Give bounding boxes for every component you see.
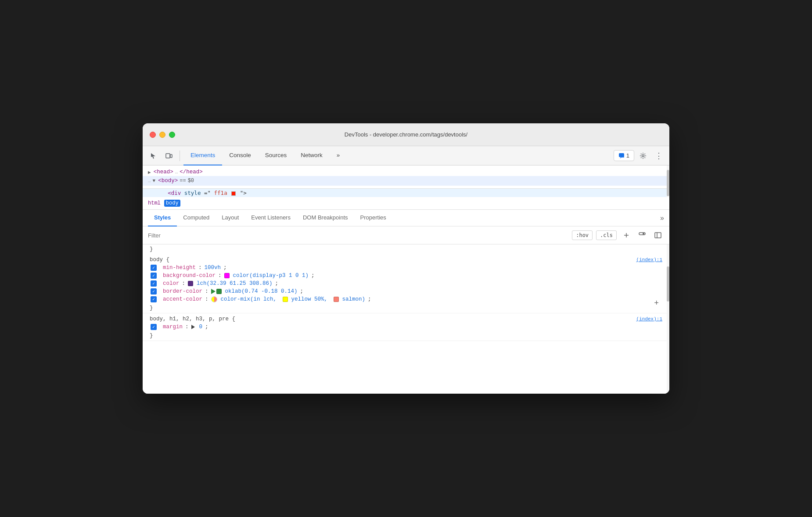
tab-console[interactable]: Console: [222, 146, 258, 165]
css-panel-scrollbar-thumb[interactable]: [667, 266, 669, 302]
notification-count: 1: [626, 152, 629, 159]
prop-name-margin: margin: [163, 324, 183, 330]
add-rule-button[interactable]: [620, 229, 632, 241]
attr-value: ff1a: [214, 190, 227, 196]
breadcrumb-body[interactable]: body: [164, 200, 180, 207]
gear-icon: [640, 152, 647, 159]
checkbox-bg-color[interactable]: ✓: [151, 273, 157, 279]
device-icon: [165, 152, 172, 159]
body-source[interactable]: (index):1: [636, 257, 662, 262]
prop-name-min-height: min-height: [163, 265, 196, 271]
border-color-swatch[interactable]: [216, 289, 222, 294]
maximize-button[interactable]: [169, 132, 175, 138]
body-rule-close: }: [143, 303, 669, 313]
tab-event-listeners[interactable]: Event Listeners: [245, 210, 297, 226]
hov-button[interactable]: :hov: [572, 230, 593, 240]
border-color-triangle: [211, 289, 216, 294]
head-line[interactable]: ▶ <head> … </head>: [148, 168, 664, 176]
add-style-button[interactable]: +: [654, 299, 659, 308]
css-panel-scrollbar[interactable]: [667, 244, 669, 394]
prop-value-color[interactable]: lch(32.39 61.25 308.86): [197, 280, 273, 287]
prop-name-color: color: [163, 280, 180, 287]
dom-scrollbar-thumb[interactable]: [667, 170, 669, 196]
prop-value-min-height[interactable]: 100vh: [205, 265, 221, 271]
body-headings-rule-block: body, h1, h2, h3, p, pre { (index):1 ✓ m…: [143, 313, 669, 341]
svg-rect-0: [166, 154, 170, 158]
toolbar-tabs: Elements Console Sources Network »: [183, 146, 612, 165]
prop-border-color: ✓ border-color : oklab(0.74 -0.18 0.14) …: [143, 287, 669, 295]
prop-name-bg-color: background-color: [163, 273, 216, 279]
filter-input[interactable]: [148, 232, 568, 239]
margin-expand-arrow[interactable]: [191, 325, 195, 329]
expand-arrow-head: ▶: [148, 169, 151, 175]
salmon-swatch[interactable]: [334, 297, 339, 302]
more-options-button[interactable]: ⋮: [652, 149, 666, 163]
settings-button[interactable]: [636, 149, 650, 163]
device-toggle-button[interactable]: [162, 149, 176, 163]
svg-point-7: [643, 233, 644, 235]
comment-icon: [618, 153, 625, 159]
body-dots: …: [148, 178, 151, 183]
yellow-swatch[interactable]: [283, 297, 288, 302]
checkbox-color[interactable]: ✓: [151, 280, 157, 287]
traffic-lights: [150, 132, 175, 138]
cls-button[interactable]: .cls: [596, 230, 617, 240]
prev-rule-close: }: [143, 244, 669, 254]
prop-value-accent-color[interactable]: color-mix(in lch,: [221, 296, 280, 302]
bg-color-swatch[interactable]: [224, 273, 230, 278]
tab-computed[interactable]: Computed: [177, 210, 216, 226]
tab-network[interactable]: Network: [294, 146, 330, 165]
prop-name-accent-color: accent-color: [163, 296, 202, 302]
tab-layout[interactable]: Layout: [216, 210, 245, 226]
dom-scrollbar[interactable]: [667, 165, 669, 197]
tab-elements[interactable]: Elements: [183, 146, 222, 165]
prop-background-color: ✓ background-color : color(display-p3 1 …: [143, 272, 669, 280]
border-color-swatch-wrapper[interactable]: [211, 289, 222, 294]
toggle-button[interactable]: [636, 229, 648, 241]
minimize-button[interactable]: [159, 132, 165, 138]
filter-bar: :hov .cls: [143, 226, 669, 244]
dom-panel: ▶ <head> … </head> … ▼ <body> == $0: [143, 165, 669, 189]
checkbox-border-color[interactable]: ✓: [151, 288, 157, 294]
checkbox-min-height[interactable]: ✓: [151, 265, 157, 271]
svg-rect-1: [170, 154, 172, 158]
css-panel: } body { (index):1 ✓ min-height : 100vh …: [143, 244, 669, 394]
element-picker-button[interactable]: [146, 149, 160, 163]
attr-text: <div: [168, 190, 181, 196]
sidebar-toggle-button[interactable]: [652, 229, 664, 241]
tab-sources[interactable]: Sources: [258, 146, 294, 165]
notification-button[interactable]: 1: [614, 150, 634, 161]
attr-style: style: [184, 190, 201, 196]
toolbar-separator: [180, 151, 180, 161]
plus-icon: [623, 232, 629, 238]
body-line[interactable]: … ▼ <body> == $0: [143, 176, 669, 186]
tab-properties[interactable]: Properties: [354, 210, 392, 226]
prop-value-margin[interactable]: 0: [199, 324, 203, 330]
prop-value-bg-color[interactable]: color(display-p3 1 0 1): [233, 273, 309, 279]
body-headings-source[interactable]: (index):1: [636, 316, 662, 322]
title-bar: DevTools - developer.chrome.com/tags/dev…: [143, 123, 669, 146]
accent-color-swatch[interactable]: [211, 296, 217, 302]
close-button[interactable]: [150, 132, 156, 138]
tab-dom-breakpoints[interactable]: DOM Breakpoints: [297, 210, 354, 226]
svg-rect-2: [619, 153, 624, 157]
body-dollar: $0: [188, 178, 194, 184]
color-swatch[interactable]: [188, 281, 193, 286]
inline-color-swatch: [231, 191, 236, 196]
checkbox-accent-color[interactable]: ✓: [151, 296, 157, 302]
checkbox-margin[interactable]: ✓: [151, 324, 157, 330]
breadcrumb-html[interactable]: html: [148, 200, 161, 206]
body-selector: body {: [150, 257, 169, 263]
body-eq: ==: [180, 178, 186, 184]
prop-value-border-color[interactable]: oklab(0.74 -0.18 0.14): [225, 288, 298, 294]
body-rule-header: body { (index):1: [143, 254, 669, 264]
styles-tabs-more[interactable]: »: [660, 214, 664, 222]
tab-styles[interactable]: Styles: [148, 210, 177, 226]
body-headings-rule-header: body, h1, h2, h3, p, pre { (index):1: [143, 313, 669, 323]
breadcrumb-bar: html body: [143, 197, 669, 210]
devtools-window: DevTools - developer.chrome.com/tags/dev…: [143, 123, 669, 394]
head-tag-close: </head>: [180, 169, 203, 175]
dom-partial-line: <div style =" ff1a ">: [143, 189, 669, 197]
dom-panel-wrapper: ▶ <head> … </head> … ▼ <body> == $0 <div…: [143, 165, 669, 197]
tab-more[interactable]: »: [330, 146, 347, 165]
